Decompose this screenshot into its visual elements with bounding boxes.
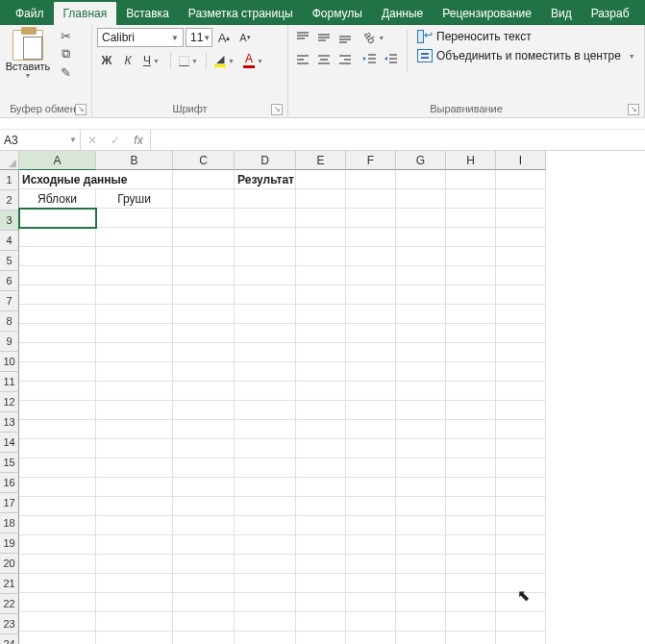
cell[interactable] bbox=[396, 612, 446, 632]
cell[interactable] bbox=[19, 401, 96, 420]
cell[interactable] bbox=[96, 362, 173, 382]
cell[interactable] bbox=[19, 420, 96, 439]
cell[interactable] bbox=[496, 497, 546, 516]
font-color-button[interactable]: A▼ bbox=[239, 51, 266, 70]
cell[interactable] bbox=[96, 382, 173, 401]
cell[interactable] bbox=[446, 478, 496, 497]
cell[interactable]: Яблоки bbox=[19, 189, 96, 209]
cell[interactable] bbox=[346, 228, 396, 247]
cell[interactable] bbox=[496, 574, 546, 593]
row-header[interactable]: 6 bbox=[0, 271, 19, 291]
row-header[interactable]: 17 bbox=[0, 493, 19, 513]
cell[interactable] bbox=[173, 266, 235, 285]
cell[interactable] bbox=[446, 458, 496, 478]
cell[interactable] bbox=[19, 343, 96, 362]
col-header[interactable]: A bbox=[19, 151, 96, 170]
cell[interactable] bbox=[396, 535, 446, 555]
orientation-button[interactable]: ab▼ bbox=[360, 28, 387, 47]
cell[interactable] bbox=[96, 324, 173, 343]
cell[interactable] bbox=[396, 420, 446, 439]
row-header[interactable]: 20 bbox=[0, 554, 19, 574]
cell[interactable]: Груши bbox=[96, 189, 173, 209]
cell[interactable] bbox=[19, 612, 96, 632]
cell[interactable] bbox=[96, 458, 173, 478]
cell[interactable] bbox=[396, 458, 446, 478]
row-header[interactable]: 14 bbox=[0, 433, 19, 453]
cell[interactable] bbox=[296, 632, 346, 644]
bold-button[interactable]: Ж bbox=[97, 51, 116, 70]
cell[interactable] bbox=[446, 439, 496, 458]
cell[interactable] bbox=[446, 612, 496, 632]
cell[interactable] bbox=[496, 478, 546, 497]
cell[interactable] bbox=[496, 593, 546, 612]
cell[interactable] bbox=[19, 324, 96, 343]
cancel-formula-icon[interactable]: ✕ bbox=[81, 134, 104, 147]
cell[interactable] bbox=[19, 439, 96, 458]
tab-рецензирование[interactable]: Рецензирование bbox=[433, 2, 541, 25]
fill-color-button[interactable]: ◢▼ bbox=[211, 51, 237, 70]
cell[interactable] bbox=[235, 209, 296, 228]
cell[interactable] bbox=[19, 497, 96, 516]
cell[interactable] bbox=[396, 401, 446, 420]
cell[interactable] bbox=[19, 516, 96, 535]
format-painter-icon[interactable]: ✎ bbox=[57, 64, 74, 80]
cell[interactable] bbox=[296, 439, 346, 458]
cell[interactable] bbox=[346, 497, 396, 516]
cell[interactable] bbox=[96, 209, 173, 228]
row-header[interactable]: 22 bbox=[0, 594, 19, 614]
cell[interactable] bbox=[446, 170, 496, 189]
cell[interactable] bbox=[346, 478, 396, 497]
increase-font-icon[interactable]: A▴ bbox=[214, 28, 234, 47]
cell[interactable] bbox=[235, 401, 296, 420]
formula-bar[interactable] bbox=[151, 130, 645, 150]
cell[interactable] bbox=[446, 305, 496, 324]
cell[interactable] bbox=[19, 285, 96, 305]
cell[interactable]: Исходные данные bbox=[19, 170, 173, 189]
cell[interactable] bbox=[173, 458, 235, 478]
col-header[interactable]: I bbox=[496, 151, 546, 170]
cell[interactable] bbox=[296, 593, 346, 612]
cell[interactable] bbox=[346, 266, 396, 285]
cell[interactable] bbox=[396, 362, 446, 382]
row-header[interactable]: 9 bbox=[0, 332, 19, 352]
cell[interactable] bbox=[396, 574, 446, 593]
cell[interactable] bbox=[446, 382, 496, 401]
spreadsheet-grid[interactable]: Исходные данныеРезультатЯблокиГруши bbox=[19, 170, 546, 644]
cell[interactable] bbox=[235, 247, 296, 266]
cell[interactable] bbox=[19, 305, 96, 324]
row-header[interactable]: 13 bbox=[0, 412, 19, 433]
cell[interactable] bbox=[496, 324, 546, 343]
tab-вставка[interactable]: Вставка bbox=[116, 2, 179, 25]
underline-button[interactable]: Ч▼ bbox=[139, 51, 166, 70]
cell[interactable] bbox=[235, 420, 296, 439]
cell[interactable] bbox=[396, 285, 446, 305]
cell[interactable] bbox=[296, 555, 346, 574]
cell[interactable] bbox=[235, 612, 296, 632]
cell[interactable] bbox=[235, 458, 296, 478]
copy-icon[interactable]: ⧉ bbox=[57, 46, 74, 62]
tab-файл[interactable]: Файл bbox=[6, 2, 54, 25]
cell[interactable] bbox=[173, 382, 235, 401]
row-header[interactable]: 2 bbox=[0, 190, 19, 211]
cell[interactable] bbox=[296, 266, 346, 285]
align-bottom-icon[interactable] bbox=[335, 28, 355, 47]
cell[interactable] bbox=[235, 632, 296, 644]
cell[interactable] bbox=[173, 535, 235, 555]
cell[interactable] bbox=[96, 247, 173, 266]
cell[interactable] bbox=[396, 516, 446, 535]
cell[interactable] bbox=[96, 343, 173, 362]
cell[interactable] bbox=[496, 382, 546, 401]
cell[interactable] bbox=[446, 189, 496, 209]
cell[interactable] bbox=[496, 189, 546, 209]
cell[interactable] bbox=[173, 555, 235, 574]
cell[interactable] bbox=[446, 362, 496, 382]
cell[interactable] bbox=[296, 170, 346, 189]
cell[interactable] bbox=[496, 555, 546, 574]
cut-icon[interactable]: ✂ bbox=[57, 28, 74, 43]
cell[interactable] bbox=[296, 401, 346, 420]
cell[interactable] bbox=[346, 305, 396, 324]
cell[interactable] bbox=[19, 266, 96, 285]
row-header[interactable]: 5 bbox=[0, 251, 19, 271]
cell[interactable] bbox=[235, 324, 296, 343]
cell[interactable] bbox=[96, 612, 173, 632]
